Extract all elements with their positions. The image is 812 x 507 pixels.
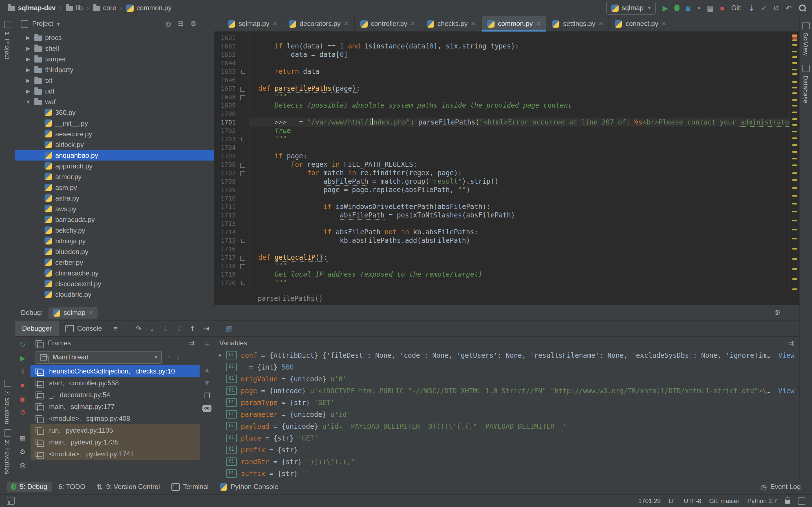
line-number[interactable]: 1710 xyxy=(214,194,249,203)
previous-frame-icon[interactable]: ↑ xyxy=(167,354,171,360)
code-line[interactable] xyxy=(258,194,799,203)
tree-item[interactable]: anquanbao.py xyxy=(15,150,214,161)
debug-tab-debugger[interactable]: Debugger xyxy=(15,321,58,336)
code-area[interactable]: if len(data) == 1 and isinstance(data[0]… xyxy=(250,32,799,292)
close-icon[interactable] xyxy=(344,20,348,27)
line-number[interactable]: 1708 xyxy=(214,177,249,186)
context-function[interactable]: parseFilePaths() xyxy=(258,295,323,302)
resume-icon[interactable]: ▶ xyxy=(20,355,25,362)
tree-item[interactable]: asm.py xyxy=(15,182,214,193)
tree-item[interactable]: approach.py xyxy=(15,161,214,171)
stop-icon[interactable]: ■ xyxy=(20,382,25,389)
warning-mark[interactable] xyxy=(792,99,797,101)
code-line[interactable]: """ xyxy=(258,135,799,144)
close-icon[interactable] xyxy=(411,20,415,27)
code-line[interactable]: if isWindowsDriveLetterPath(absFilePath)… xyxy=(258,203,799,211)
warning-mark[interactable] xyxy=(792,278,797,280)
variable-row[interactable]: 01randStr = {str} ')())\'(.(,"' xyxy=(214,456,799,467)
tree-item[interactable]: airlock.py xyxy=(15,139,214,150)
tool-stripe-button[interactable]: 2: Favorites xyxy=(4,429,11,474)
warning-mark[interactable] xyxy=(792,151,797,153)
tree-item[interactable]: ▼waf xyxy=(15,96,214,107)
variable-row[interactable]: 01origValue = {unicode} u'0' xyxy=(214,373,799,385)
frame-row[interactable]: run, pydevd.py:1135 xyxy=(31,424,200,436)
event-log-button[interactable]: ◷Event Log xyxy=(756,482,805,492)
warning-mark[interactable] xyxy=(792,229,797,230)
line-number[interactable]: 1701 xyxy=(214,118,249,127)
warning-mark[interactable] xyxy=(792,69,797,70)
warning-mark[interactable] xyxy=(792,179,797,181)
frame-row[interactable]: main, sqlmap.py:177 xyxy=(31,400,200,412)
breadcrumb-item[interactable]: lib xyxy=(64,3,84,12)
run-config-select[interactable]: sqlmap xyxy=(606,1,656,14)
line-number[interactable]: 1712 xyxy=(214,211,249,220)
tool-stripe-button[interactable]: 1: Project xyxy=(4,21,11,59)
remove-watch-icon[interactable]: − xyxy=(205,353,209,360)
editor-tab[interactable]: sqlmap.py xyxy=(222,16,283,31)
warning-mark[interactable] xyxy=(792,124,797,126)
code-line[interactable]: """ xyxy=(258,93,799,101)
code-line[interactable] xyxy=(258,76,799,84)
view-link[interactable]: View xyxy=(774,387,795,395)
close-icon[interactable] xyxy=(89,309,93,317)
warning-mark[interactable] xyxy=(792,93,797,94)
line-number[interactable]: 1720 xyxy=(214,279,249,287)
tool-stripe-button[interactable]: SciView xyxy=(802,22,809,56)
tool-stripe-button[interactable]: 5: Debug xyxy=(7,482,52,492)
step-into-icon[interactable]: ↓ xyxy=(146,325,159,332)
warning-mark[interactable] xyxy=(792,248,797,249)
code-line[interactable] xyxy=(258,34,799,42)
warning-mark[interactable] xyxy=(792,118,797,120)
warning-mark[interactable] xyxy=(792,56,797,58)
warning-mark[interactable] xyxy=(792,268,797,270)
warning-mark[interactable] xyxy=(792,137,797,139)
step-out-icon[interactable]: ↥ xyxy=(186,325,200,332)
fold-marker-icon[interactable] xyxy=(240,171,245,176)
code-line[interactable]: page = page.replace(absFilePath, "") xyxy=(258,186,799,194)
show-watches-icon[interactable]: oo xyxy=(202,405,211,412)
project-title[interactable]: Project xyxy=(32,20,53,27)
python-interpreter[interactable]: Python 2.7 xyxy=(748,497,777,504)
restore-layout-icon[interactable]: ▦ xyxy=(19,435,26,442)
warning-mark[interactable] xyxy=(792,144,797,146)
editor-gutter[interactable]: 1691169216931694169516961697169816991700… xyxy=(214,32,250,292)
line-number[interactable]: 1704 xyxy=(214,144,249,152)
code-line[interactable]: True xyxy=(258,127,799,135)
tool-stripe-button[interactable]: 7: Structure xyxy=(4,380,11,425)
step-over-icon[interactable]: ↷ xyxy=(132,325,146,332)
chevron-down-icon[interactable] xyxy=(57,20,60,27)
view-link[interactable]: View xyxy=(774,351,795,359)
pause-icon[interactable]: ‖ xyxy=(21,369,24,375)
code-line[interactable]: def parseFilePaths(page): xyxy=(258,84,799,93)
collapse-all-icon[interactable]: ⊟ xyxy=(178,20,184,27)
mute-breakpoints-icon[interactable]: ⊘ xyxy=(20,409,26,416)
tree-item[interactable]: barracuda.py xyxy=(15,214,214,225)
tree-expand-icon[interactable]: ▶ xyxy=(26,88,31,94)
tool-stripe-button[interactable]: Terminal xyxy=(167,482,213,492)
line-number[interactable]: 1694 xyxy=(214,59,249,68)
line-number[interactable]: 1700 xyxy=(214,110,249,118)
tree-item[interactable]: astra.py xyxy=(15,193,214,203)
error-stripe[interactable] xyxy=(790,32,799,292)
editor-tab[interactable]: connect.py xyxy=(609,16,672,31)
variables-options-icon[interactable]: ⇉ xyxy=(788,340,794,346)
warning-mark[interactable] xyxy=(792,288,797,290)
run-with-coverage-icon[interactable]: ◙ xyxy=(686,4,690,11)
code-line[interactable]: data = data[0] xyxy=(258,51,799,59)
close-icon[interactable] xyxy=(536,20,541,27)
editor-tab[interactable]: decorators.py xyxy=(283,16,355,31)
file-encoding[interactable]: UTF-8 xyxy=(684,497,701,504)
tree-item[interactable]: 360.py xyxy=(15,107,214,118)
tool-stripe-button[interactable]: Database xyxy=(802,65,809,103)
add-watch-icon[interactable]: + xyxy=(205,340,209,348)
locate-icon[interactable]: ◎ xyxy=(165,20,171,27)
warning-mark[interactable] xyxy=(792,40,797,41)
warning-mark[interactable] xyxy=(792,44,797,46)
code-line[interactable]: Detects (possible) absolute system paths… xyxy=(258,101,799,110)
history-icon[interactable]: ↺ xyxy=(773,4,779,11)
variable-row[interactable]: 01payload = {unicode} u'id=__PAYLOAD_DEL… xyxy=(214,420,799,432)
line-number[interactable]: 1719 xyxy=(214,270,249,279)
tree-item[interactable]: ▶txt xyxy=(15,75,214,86)
tree-item[interactable]: chinacache.py xyxy=(15,268,214,278)
variable-row[interactable]: 01paramType = {str} 'GET' xyxy=(214,397,799,408)
